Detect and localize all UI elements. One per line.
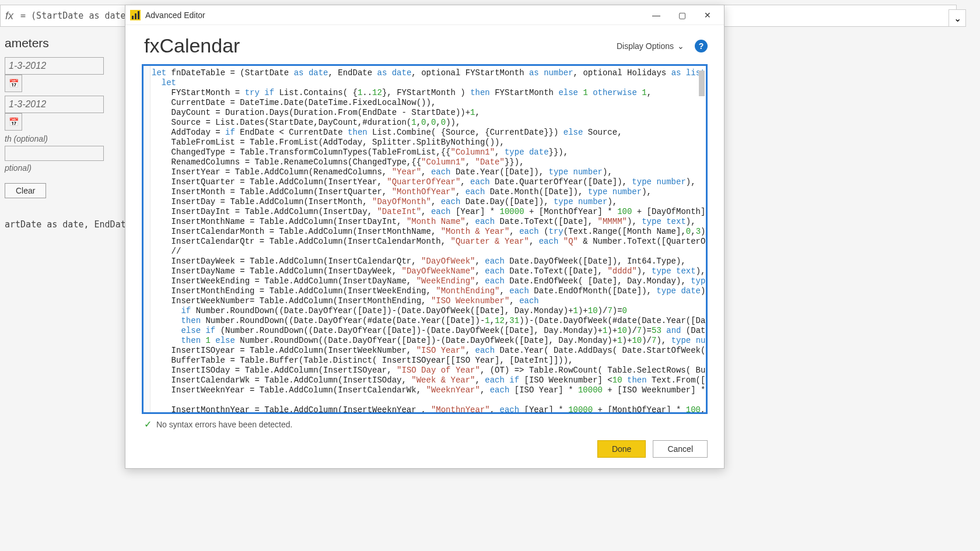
calendar-icon[interactable]: 📅 bbox=[5, 113, 22, 131]
done-button[interactable]: Done bbox=[597, 440, 646, 458]
status-bar: ✓ No syntax errors have been detected. bbox=[125, 416, 724, 436]
editor-gutter bbox=[144, 66, 150, 412]
fymonth-label: th (optional) bbox=[5, 134, 118, 143]
advanced-editor-dialog: Advanced Editor — ▢ ✕ fxCalendar Display… bbox=[125, 5, 724, 469]
cancel-button[interactable]: Cancel bbox=[653, 440, 708, 458]
minimize-button[interactable]: — bbox=[643, 6, 669, 24]
fymonth-input[interactable] bbox=[5, 146, 104, 161]
chevron-down-icon: ⌄ bbox=[677, 41, 684, 51]
parameters-panel: ameters 1-3-2012📅 1-3-2012📅 th (optional… bbox=[0, 31, 123, 234]
calendar-icon[interactable]: 📅 bbox=[5, 75, 22, 92]
chevron-down-icon[interactable]: ⌄ bbox=[949, 9, 966, 27]
end-date-input[interactable]: 1-3-2012 bbox=[5, 96, 104, 113]
code-editor[interactable]: let fnDateTable = (StartDate as date, En… bbox=[142, 64, 708, 414]
help-icon[interactable]: ? bbox=[695, 40, 708, 52]
display-options-dropdown[interactable]: Display Options⌄ bbox=[617, 41, 684, 51]
panel-heading: ameters bbox=[5, 36, 118, 50]
start-date-input[interactable]: 1-3-2012 bbox=[5, 57, 104, 75]
fx-label: fx bbox=[5, 10, 13, 22]
powerbi-icon bbox=[130, 10, 141, 20]
page-title: fxCalendar bbox=[144, 34, 617, 57]
scrollbar-thumb[interactable] bbox=[699, 71, 705, 96]
maximize-button[interactable]: ▢ bbox=[669, 6, 695, 24]
check-icon: ✓ bbox=[144, 419, 152, 430]
window-title: Advanced Editor bbox=[145, 10, 643, 20]
function-signature: artDate as date, EndDate as d bbox=[5, 219, 118, 230]
clear-button[interactable]: Clear bbox=[5, 183, 46, 198]
close-button[interactable]: ✕ bbox=[695, 6, 720, 24]
titlebar: Advanced Editor — ▢ ✕ bbox=[125, 5, 724, 25]
status-text: No syntax errors have been detected. bbox=[156, 420, 292, 429]
optional-label: ptional) bbox=[5, 163, 118, 173]
